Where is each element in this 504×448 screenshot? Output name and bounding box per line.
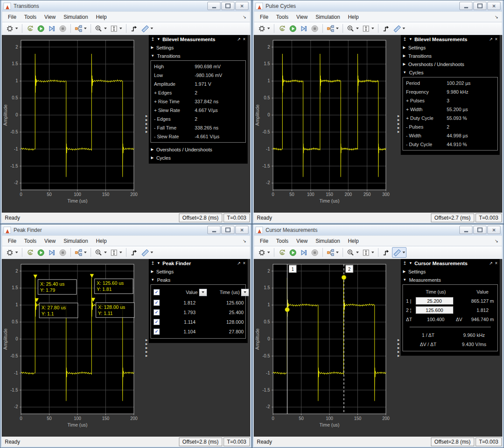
undock-icon[interactable]: ↗ (489, 261, 493, 266)
pin-icon[interactable]: ↥ (151, 261, 154, 266)
panel-section-settings[interactable]: ▶Settings (149, 267, 248, 276)
pin-icon[interactable]: ↥ (151, 37, 154, 42)
dropdown-caret-icon[interactable] (356, 28, 359, 29)
menu-help[interactable]: Help (344, 237, 363, 245)
settings-button[interactable] (257, 247, 271, 258)
title-bar[interactable]: Cursor Measurements× (254, 224, 502, 235)
dropdown-caret-icon[interactable] (119, 28, 122, 29)
cursor-marker-2[interactable] (342, 275, 346, 280)
menu-view[interactable]: View (40, 13, 60, 21)
panel-splitter[interactable]: ▶▶▶▶▶ (396, 35, 401, 213)
menu-simulation[interactable]: Simulation (60, 237, 92, 245)
menu-simulation[interactable]: Simulation (60, 13, 92, 21)
value-sort-dropdown[interactable] (199, 289, 207, 296)
undock-icon[interactable]: ↗ (237, 37, 241, 42)
step-forward-button[interactable] (47, 247, 57, 258)
pin-icon[interactable]: ↥ (403, 261, 406, 266)
panel-header[interactable]: ↥▼Bilevel Measurements↗× (149, 35, 248, 43)
panel-splitter[interactable]: ▶▶▶▶▶ (144, 259, 149, 437)
menu-file[interactable]: File (4, 13, 20, 21)
restore-button[interactable] (473, 226, 486, 234)
dropdown-caret-icon[interactable] (104, 28, 107, 29)
panel-section-overshoots-undershoots[interactable]: ▶Overshoots / Undershoots (149, 145, 248, 154)
dropdown-caret-icon[interactable] (402, 252, 405, 253)
measurements-button[interactable] (392, 247, 406, 258)
stop-button[interactable] (310, 247, 320, 258)
step-back-button[interactable] (277, 247, 287, 258)
settings-button[interactable] (5, 247, 19, 258)
panel-splitter[interactable]: ▶▶▶▶▶ (396, 259, 401, 437)
menu-tools[interactable]: Tools (20, 13, 40, 21)
panel-section-transitions[interactable]: ▶Transitions (401, 52, 500, 60)
menu-file[interactable]: File (4, 237, 20, 245)
close-button[interactable]: × (235, 226, 248, 234)
panel-collapse-icon[interactable]: ▼ (409, 261, 412, 265)
panel-collapse-icon[interactable]: ▼ (157, 261, 160, 265)
dropdown-caret-icon[interactable] (150, 28, 153, 29)
panel-header[interactable]: ↥▼Peak Finder↗× (149, 259, 248, 267)
menu-tools[interactable]: Tools (272, 13, 292, 21)
restore-button[interactable] (473, 2, 486, 10)
trigger-button[interactable] (381, 247, 391, 258)
trigger-button[interactable] (129, 23, 139, 34)
play-button[interactable] (288, 23, 298, 34)
trigger-button[interactable] (129, 247, 139, 258)
panel-close-icon[interactable]: × (243, 261, 245, 266)
stop-button[interactable] (58, 23, 68, 34)
close-button[interactable]: × (487, 2, 500, 10)
menu-help[interactable]: Help (344, 13, 363, 21)
menu-overflow-icon[interactable]: ↘ (243, 14, 248, 19)
panel-header[interactable]: ↥▼Bilevel Measurements↗× (401, 35, 500, 43)
select-all-checkbox[interactable]: ✓ (154, 289, 160, 295)
panel-close-icon[interactable]: × (495, 37, 497, 42)
title-bar[interactable]: Transitions× (2, 0, 250, 11)
play-button[interactable] (36, 23, 46, 34)
measurements-button[interactable] (140, 247, 154, 258)
trigger-button[interactable] (381, 23, 391, 34)
menu-tools[interactable]: Tools (20, 237, 40, 245)
panel-section-measurements[interactable]: ▼Measurements (401, 276, 500, 284)
fit-view-button[interactable] (361, 247, 375, 258)
menu-simulation[interactable]: Simulation (312, 237, 344, 245)
zoom-in-button[interactable] (94, 247, 108, 258)
step-forward-button[interactable] (299, 247, 309, 258)
menu-view[interactable]: View (292, 13, 312, 21)
cursor-marker-1[interactable] (285, 308, 290, 312)
close-button[interactable]: × (235, 2, 248, 10)
fit-view-button[interactable] (361, 23, 375, 34)
panel-section-settings[interactable]: ▶Settings (149, 43, 248, 52)
minimize-button[interactable] (207, 226, 220, 234)
play-button[interactable] (36, 247, 46, 258)
restore-button[interactable] (221, 2, 234, 10)
close-button[interactable]: × (487, 226, 500, 234)
menu-tools[interactable]: Tools (272, 237, 292, 245)
step-forward-button[interactable] (299, 23, 309, 34)
simulink-button[interactable] (326, 23, 340, 34)
measurements-button[interactable] (392, 23, 406, 34)
dropdown-caret-icon[interactable] (15, 28, 18, 29)
menu-file[interactable]: File (256, 13, 272, 21)
panel-collapse-icon[interactable]: ▼ (409, 37, 412, 41)
stop-button[interactable] (310, 23, 320, 34)
menu-simulation[interactable]: Simulation (312, 13, 344, 21)
panel-section-overshoots-undershoots[interactable]: ▶Overshoots / Undershoots (401, 60, 500, 68)
panel-collapse-icon[interactable]: ▼ (157, 37, 160, 41)
dropdown-caret-icon[interactable] (84, 28, 87, 29)
menu-overflow-icon[interactable]: ↘ (243, 238, 248, 243)
pin-icon[interactable]: ↥ (403, 37, 406, 42)
measurements-button[interactable] (140, 23, 154, 34)
panel-splitter[interactable]: ▶▶▶▶▶ (144, 35, 149, 213)
panel-section-cycles[interactable]: ▼Cycles (401, 68, 500, 77)
restore-button[interactable] (221, 226, 234, 234)
settings-button[interactable] (5, 23, 19, 34)
dropdown-caret-icon[interactable] (267, 252, 270, 253)
dropdown-caret-icon[interactable] (104, 252, 107, 253)
menu-help[interactable]: Help (92, 237, 111, 245)
zoom-in-button[interactable] (94, 23, 108, 34)
cursor-time-input[interactable] (416, 297, 453, 304)
fit-view-button[interactable] (109, 23, 123, 34)
step-back-button[interactable] (277, 23, 287, 34)
panel-section-settings[interactable]: ▶Settings (401, 267, 500, 276)
menu-overflow-icon[interactable]: ↘ (495, 14, 500, 19)
minimize-button[interactable] (207, 2, 220, 10)
